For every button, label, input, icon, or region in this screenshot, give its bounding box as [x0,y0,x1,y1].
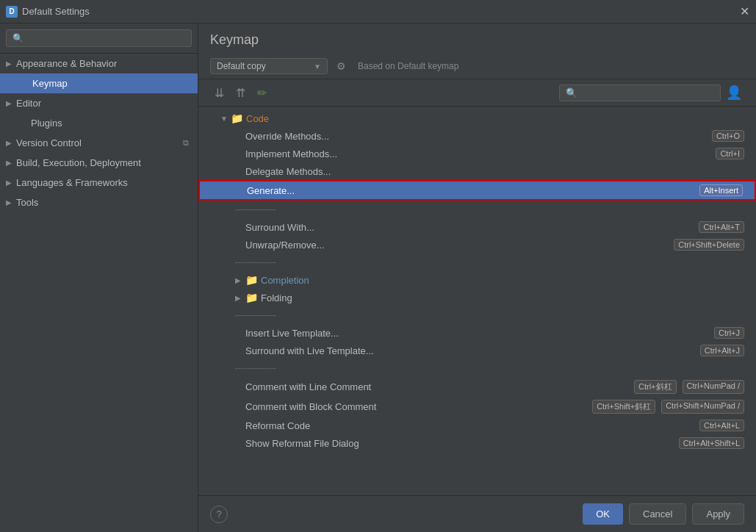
sidebar-items: ▶ Appearance & Behavior Keymap ▶ Editor … [0,54,198,532]
tree-item-implement-methods[interactable]: Implement Methods... Ctrl+I [198,145,756,162]
collapse-all-button[interactable]: ⇈ [231,83,250,103]
keymap-name: Default copy [217,61,311,71]
sidebar-item-label: Build, Execution, Deployment [16,157,189,168]
tree-item-completion-group[interactable]: ▶ 📁 Completion [198,271,756,289]
appearance-arrow: ▶ [6,60,16,68]
sidebar-item-keymap[interactable]: Keymap [0,73,198,93]
expand-all-button[interactable]: ⇊ [210,83,228,103]
tree-item-label: Completion [261,275,744,286]
shortcut-badge: Ctrl+斜杠 [634,380,677,394]
tree-separator-4: -------------- [198,359,756,377]
tree-item-label: Code [246,113,744,124]
shortcut-group: Ctrl+O [709,130,744,142]
sidebar-search-input[interactable] [6,29,192,47]
sidebar-item-tools[interactable]: ▶ Tools [0,193,198,212]
help-button[interactable]: ? [210,506,228,523]
shortcut-badge: Ctrl+Shift+斜杠 [592,400,655,414]
keymap-gear-button[interactable]: ⚙ [334,59,349,73]
sidebar-item-build[interactable]: ▶ Build, Execution, Deployment [0,153,198,173]
separator-label: -------------- [235,310,276,320]
content-area: Keymap Default copy ▼ ⚙ Based on Default… [198,24,756,532]
sidebar-search-container [0,24,198,54]
shortcut-badge: Ctrl+O [712,130,744,142]
tree-item-show-reformat[interactable]: Show Reformat File Dialog Ctrl+Alt+Shift… [198,434,756,452]
keymap-bar: Default copy ▼ ⚙ Based on Default keymap [198,54,756,79]
tree-separator-1: -------------- [198,201,756,218]
build-arrow: ▶ [6,159,16,167]
tree-item-label: Delegate Methods... [245,166,744,177]
dropdown-arrow-icon: ▼ [314,62,321,71]
shortcut-group: Ctrl+Alt+Shift+L [676,437,744,449]
footer-buttons: OK Cancel Apply [583,503,744,525]
shortcut-group: Ctrl+Shift+Delete [671,239,744,251]
tree-item-unwrap[interactable]: Unwrap/Remove... Ctrl+Shift+Delete [198,236,756,254]
main-layout: ▶ Appearance & Behavior Keymap ▶ Editor … [0,24,756,532]
keymap-search-input[interactable] [580,87,714,98]
tree-item-label: Generate... [247,185,696,196]
tree-separator-3: -------------- [198,306,756,324]
shortcut-group: Ctrl+斜杠 Ctrl+NumPad / [631,380,744,394]
shortcut-group: Ctrl+Alt+L [696,420,744,431]
tree-item-comment-block[interactable]: Comment with Block Comment Ctrl+Shift+斜杠… [198,397,756,417]
sidebar-item-label: Plugins [31,118,189,129]
sidebar-item-label: Tools [16,197,189,208]
sidebar-item-version-control[interactable]: ▶ Version Control ⧉ [0,133,198,153]
separator-label: -------------- [235,204,276,215]
search-box: 🔍 [559,85,721,101]
tree-item-code-group[interactable]: ▼ 📁 Code [198,109,756,127]
action-bar: ⇊ ⇈ ✏ 🔍 👤 [198,79,756,107]
tree-item-label: Override Methods... [245,131,709,142]
edit-button[interactable]: ✏ [253,83,271,103]
tree-item-comment-line[interactable]: Comment with Line Comment Ctrl+斜杠 Ctrl+N… [198,377,756,397]
shortcut-group: Ctrl+Shift+斜杠 Ctrl+Shift+NumPad / [589,400,744,414]
sidebar-item-label: Version Control [16,137,180,148]
tree-item-label: Unwrap/Remove... [245,240,671,251]
tree-item-override-methods[interactable]: Override Methods... Ctrl+O [198,127,756,145]
separator-label: -------------- [235,363,276,373]
sidebar-item-plugins[interactable]: Plugins [0,113,198,133]
tree-item-reformat[interactable]: Reformat Code Ctrl+Alt+L [198,417,756,434]
tree-item-folding-group[interactable]: ▶ 📁 Folding [198,289,756,306]
tree-item-label: Comment with Line Comment [245,381,631,392]
shortcut-badge: Alt+Insert [699,184,743,196]
tree-item-label: Comment with Block Comment [245,401,589,412]
tree-item-surround-with[interactable]: Surround With... Ctrl+Alt+T [198,218,756,236]
sidebar-item-label: Languages & Frameworks [16,177,189,188]
apply-button[interactable]: Apply [692,503,744,525]
user-icon-button[interactable]: 👤 [724,82,744,103]
shortcut-group: Ctrl+Alt+T [696,221,744,233]
sidebar-item-label: Appearance & Behavior [16,58,189,69]
separator-label: -------------- [235,257,276,267]
sidebar: ▶ Appearance & Behavior Keymap ▶ Editor … [0,24,198,532]
keymap-dropdown[interactable]: Default copy ▼ [210,58,328,74]
title-bar: D Default Settings ✕ [0,0,756,24]
folding-arrow-icon: ▶ [235,294,245,302]
sidebar-item-label: Keymap [32,78,189,89]
search-icon: 🔍 [566,87,577,98]
tree-item-surround-live[interactable]: Surround with Live Template... Ctrl+Alt+… [198,342,756,359]
shortcut-badge: Ctrl+I [716,148,744,159]
tree-item-insert-live-template[interactable]: Insert Live Template... Ctrl+J [198,324,756,342]
close-button[interactable]: ✕ [738,6,750,18]
sidebar-item-appearance[interactable]: ▶ Appearance & Behavior [0,54,198,73]
shortcut-badge: Ctrl+Alt+T [699,221,744,233]
tree-item-label: Surround With... [245,222,696,233]
footer: ? OK Cancel Apply [198,495,756,532]
shortcut-badge-2: Ctrl+NumPad / [683,380,744,394]
shortcut-badge: Ctrl+Shift+Delete [674,239,744,251]
tree-list: ▼ 📁 Code Override Methods... Ctrl+O Impl… [198,107,756,495]
shortcut-badge: Ctrl+Alt+J [700,345,744,356]
based-on-label: Based on Default keymap [358,61,458,71]
sidebar-item-editor[interactable]: ▶ Editor [0,93,198,113]
shortcut-badge: Ctrl+Alt+L [699,420,744,431]
tree-item-label: Show Reformat File Dialog [245,438,676,449]
tree-item-label: Surround with Live Template... [245,345,697,356]
tree-item-generate[interactable]: Generate... Alt+Insert [198,180,756,201]
title-bar-left: D Default Settings [6,6,90,18]
tree-item-delegate-methods[interactable]: Delegate Methods... [198,162,756,180]
cancel-button[interactable]: Cancel [629,503,686,525]
sidebar-item-languages[interactable]: ▶ Languages & Frameworks [0,173,198,193]
ok-button[interactable]: OK [583,503,623,525]
tree-separator-2: -------------- [198,254,756,271]
folder-icon: 📁 [245,292,258,303]
